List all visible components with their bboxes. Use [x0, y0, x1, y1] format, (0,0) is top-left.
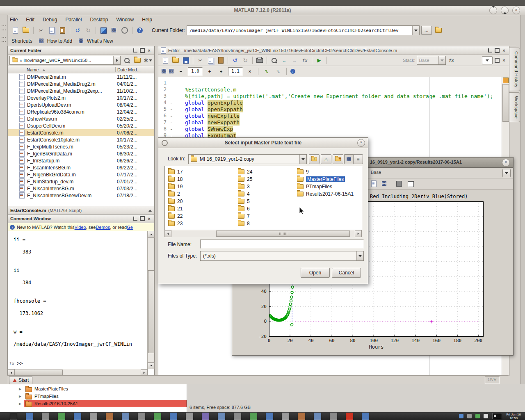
taskbar-icon[interactable]	[314, 413, 321, 420]
folder-item[interactable]: 21	[168, 205, 183, 212]
code-line[interactable]: 5-global openExppath	[158, 106, 502, 113]
menu-file[interactable]: File	[6, 15, 22, 24]
list-header[interactable]: Name Date Mod...	[8, 66, 154, 74]
taskbar-icon[interactable]	[282, 413, 289, 420]
close-editor-icon[interactable]: ×	[501, 58, 507, 63]
close-panel-icon[interactable]: ×	[146, 216, 152, 221]
code-line[interactable]: 8-global SWnewExp	[158, 126, 502, 132]
taskbar-icon[interactable]	[298, 413, 305, 420]
folder-item[interactable]: 25	[238, 176, 252, 183]
folder-item[interactable]: 6	[238, 205, 252, 212]
editor-scroll-thumb[interactable]	[502, 84, 509, 122]
comment-button[interactable]: %	[262, 67, 271, 76]
tray-icon[interactable]	[475, 414, 480, 418]
menu-window[interactable]: Window	[112, 15, 138, 24]
file-row[interactable]: F_NImStartup_dev.m07/01/2...	[8, 178, 154, 185]
file-row[interactable]: F_IgenBkGrdData.m08/30/2...	[8, 150, 154, 157]
figure-new-button[interactable]	[369, 179, 378, 188]
cell-value-right[interactable]: 1.1	[228, 67, 243, 76]
decrease-button[interactable]: −	[176, 67, 185, 76]
start-button[interactable]: Start	[9, 376, 32, 384]
taskbar-icon[interactable]	[250, 413, 257, 420]
tab-workspace[interactable]: Workspace	[509, 92, 520, 122]
close-panel-icon[interactable]: ×	[501, 48, 507, 53]
figure-grid-button[interactable]	[380, 179, 389, 188]
taskbar-icon[interactable]	[234, 413, 241, 420]
cancel-button[interactable]: Cancel	[332, 268, 361, 278]
figure-combo-dropdown[interactable]	[502, 169, 511, 177]
fx-find-button[interactable]: fx	[447, 56, 456, 65]
new-script-button[interactable]	[161, 56, 170, 65]
folder-item[interactable]: 23	[168, 220, 183, 227]
folder-item[interactable]: MasterPlateFiles	[297, 176, 354, 183]
files-of-type-combo[interactable]: (*.xls)	[200, 251, 364, 261]
file-row[interactable]: F_NIgenBkGrdData.m07/17/2...	[8, 171, 154, 178]
simulink-button[interactable]	[99, 26, 108, 35]
minimize-button[interactable]	[489, 7, 497, 14]
matlab-titlebar[interactable]: MATLAB 7.12.0 (R2011a) ×	[0, 6, 525, 15]
search-button[interactable]	[122, 56, 131, 65]
toolbar-handle[interactable]	[2, 37, 6, 42]
taskbar-icon[interactable]	[122, 413, 129, 420]
code-line[interactable]: 1	[158, 80, 502, 87]
tray-icon[interactable]	[484, 414, 488, 418]
dialog-hscroll-thumb[interactable]	[216, 231, 350, 237]
files-of-type-dropdown[interactable]	[356, 251, 363, 260]
breadcrumb-expand[interactable]	[113, 56, 120, 64]
toolbar-handle[interactable]	[2, 25, 6, 30]
back-button[interactable]: ←	[280, 56, 289, 65]
redo-button[interactable]: ↻	[241, 56, 250, 65]
dock-icon[interactable]	[132, 48, 138, 53]
menu-debug[interactable]: Debug	[39, 15, 61, 24]
close-button[interactable]: ×	[512, 7, 520, 14]
undo-button[interactable]: ↺	[231, 56, 240, 65]
current-folder-header[interactable]: Current Folder ×	[8, 46, 154, 55]
dialog-titlebar[interactable]: Select input Master Plate text file ×	[158, 138, 368, 148]
file-row[interactable]: DMPexcel2mat.m11/11/2...	[8, 73, 154, 80]
stack-combo[interactable]: Base	[417, 56, 446, 65]
info-icon[interactable]: i	[290, 69, 295, 74]
taskbar-icon[interactable]	[330, 413, 337, 420]
date-column-header[interactable]: Date Mod...	[115, 67, 141, 72]
tray-icon[interactable]	[467, 414, 472, 418]
browse-folder-button[interactable]: ...	[421, 26, 432, 35]
expander-icon[interactable]: ▶	[19, 387, 21, 391]
cw-hscrollbar[interactable]	[8, 369, 148, 376]
cw-hscroll-thumb[interactable]	[14, 370, 63, 376]
taskbar-icon[interactable]	[202, 413, 209, 420]
clock[interactable]: Fri Jun 16 10:50	[506, 413, 521, 420]
master-plate-dialog[interactable]: Select input Master Plate text file × Lo…	[158, 137, 368, 284]
list-view-button[interactable]: ≡	[353, 154, 363, 164]
demos-link[interactable]: Demos	[96, 225, 110, 230]
gear-button[interactable]: ✱	[144, 56, 153, 65]
uncomment-button[interactable]: %	[274, 67, 283, 76]
breadcrumb[interactable]: « InovImager_jwrCF_WINLinx150...	[9, 56, 121, 65]
code-line[interactable]: 4-global openExpfile	[158, 100, 502, 106]
cell-value-left[interactable]: 1.0	[188, 67, 203, 76]
folder-item[interactable]: 17	[168, 168, 183, 176]
tray-icon[interactable]	[459, 414, 463, 418]
divide-button[interactable]: ÷	[217, 67, 226, 76]
dock-icon[interactable]	[132, 216, 138, 221]
undock-icon[interactable]	[139, 216, 145, 221]
file-row[interactable]: DsuperCellDev.m05/20/2...	[8, 122, 154, 129]
folder-item[interactable]: 2	[168, 190, 183, 198]
forward-button[interactable]: →	[290, 56, 299, 65]
dialog-close-button[interactable]: ×	[357, 139, 365, 147]
dialog-hscrollbar[interactable]	[164, 230, 362, 237]
folder-item[interactable]: 8	[238, 220, 252, 227]
find-button[interactable]	[269, 56, 278, 65]
profiler-button[interactable]	[120, 26, 129, 35]
file-row[interactable]: DReplicate96to384conv.m12/04/2...	[8, 108, 154, 115]
taskbar-icon[interactable]	[26, 413, 33, 420]
paste-button[interactable]	[58, 26, 67, 35]
taskbar-icon[interactable]	[170, 413, 177, 420]
menu-edit[interactable]: Edit	[22, 15, 39, 24]
dock-icon[interactable]	[487, 48, 493, 53]
folder-item[interactable]: 19	[168, 183, 183, 190]
open-button[interactable]: Open	[301, 268, 330, 278]
command-prompt[interactable]: >>	[17, 361, 23, 366]
guide-button[interactable]	[110, 26, 119, 35]
folder-item[interactable]: 9	[297, 168, 354, 176]
menu-parallel[interactable]: Parallel	[61, 15, 86, 24]
